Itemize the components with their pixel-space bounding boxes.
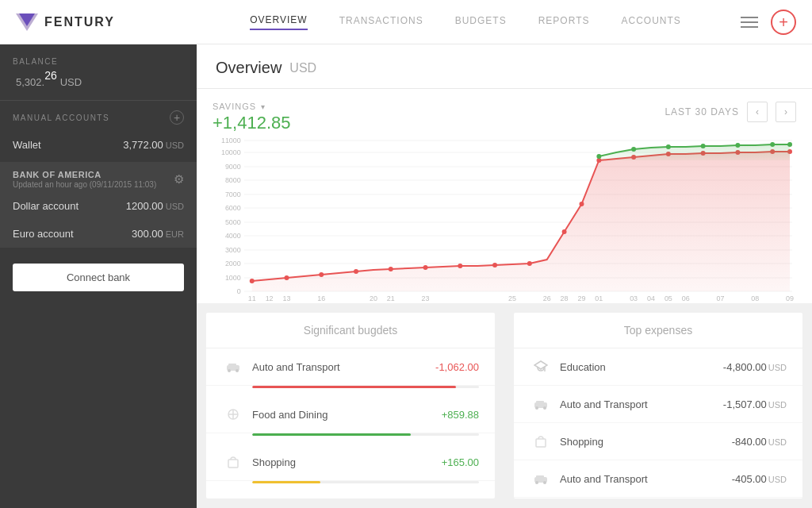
expense-shopping-amount: -840.00USD	[732, 436, 787, 448]
expense-auto2-amount: -405.00USD	[732, 473, 787, 485]
svg-point-27	[250, 279, 255, 283]
euro-account-name: Euro account	[13, 228, 74, 240]
svg-marker-26	[252, 152, 790, 291]
svg-point-89	[535, 481, 538, 484]
savings-label-row: SAVINGS ▾	[213, 102, 290, 111]
svg-point-33	[458, 264, 462, 268]
nav-budgets[interactable]: BUDGETS	[455, 15, 507, 29]
budget-food-amount: +859.88	[442, 409, 479, 421]
expense-auto2-row: Auto and Transport -405.00USD	[514, 460, 802, 498]
budget-auto-amount: -1,062.00	[435, 361, 479, 373]
bank-name: BANK OF AMERICA	[13, 170, 156, 179]
expense-shopping-name: Shopping	[560, 436, 732, 448]
budgets-panel: Significant bugdets Auto and Transport -…	[206, 313, 495, 498]
balance-section: BALANCE 5,302.26USD	[0, 44, 197, 101]
app-header: FENTURY OVERVIEW TRANSACTIONS BUDGETS RE…	[0, 0, 812, 44]
chart-top-row: SAVINGS ▾ +1,412.85 LAST 30 DAYS ‹ ›	[213, 102, 796, 133]
savings-section: SAVINGS ▾ +1,412.85	[213, 102, 290, 133]
wallet-account-row[interactable]: Wallet 3,772.00USD	[0, 131, 197, 159]
dollar-account-amount: 1200.00USD	[126, 200, 184, 212]
main-nav: OVERVIEW TRANSACTIONS BUDGETS REPORTS AC…	[190, 14, 741, 30]
savings-dropdown-icon[interactable]: ▾	[261, 102, 265, 111]
svg-text:5000: 5000	[225, 218, 241, 226]
balance-amount: 5,302.26USD	[13, 69, 184, 90]
svg-text:9000: 9000	[225, 163, 241, 171]
nav-overview[interactable]: OVERVIEW	[250, 14, 307, 30]
svg-text:06: 06	[682, 294, 690, 302]
svg-text:01: 01	[595, 294, 603, 302]
svg-point-31	[389, 267, 393, 271]
svg-text:4000: 4000	[225, 232, 241, 240]
bank-header: BANK OF AMERICA Updated an hour ago (09/…	[0, 162, 197, 192]
connect-bank-button[interactable]: Connect bank	[13, 264, 184, 291]
svg-point-75	[236, 369, 239, 372]
dollar-account-row[interactable]: Dollar account 1200.00USD	[0, 192, 197, 220]
manual-accounts-header: MANUAL ACCOUNTS +	[0, 101, 197, 131]
period-next-button[interactable]: ›	[776, 102, 796, 122]
svg-point-85	[543, 406, 546, 410]
expenses-panel-title: Top expenses	[514, 313, 802, 348]
page-title: Overview	[216, 59, 282, 77]
period-prev-button[interactable]: ‹	[747, 102, 768, 122]
header-actions: +	[741, 10, 796, 35]
expense-auto2-name: Auto and Transport	[560, 473, 732, 485]
wallet-account-amount: 3,772.00USD	[123, 139, 184, 151]
nav-reports[interactable]: REPORTS	[538, 15, 590, 29]
euro-account-row[interactable]: Euro account 300.00EUR	[0, 220, 197, 248]
budget-shopping-row: Shopping +165.00	[206, 444, 495, 481]
svg-text:07: 07	[717, 294, 725, 302]
svg-point-50	[735, 143, 740, 148]
budget-food-row: Food and Dining +859.88	[206, 396, 495, 433]
expense-education-amount: -4,800.00USD	[723, 361, 787, 373]
svg-point-28	[285, 275, 289, 280]
svg-text:09: 09	[786, 294, 794, 302]
svg-text:1000: 1000	[225, 274, 241, 282]
budget-auto-row: Auto and Transport -1,062.00	[206, 348, 495, 386]
svg-text:16: 16	[317, 294, 325, 302]
dollar-account-name: Dollar account	[13, 200, 79, 212]
expense-auto-row: Auto and Transport -1,507.00USD	[514, 386, 802, 423]
svg-text:11000: 11000	[221, 137, 241, 144]
savings-text: SAVINGS	[213, 102, 256, 111]
budget-food-progress	[206, 433, 495, 444]
svg-point-48	[666, 144, 671, 149]
svg-point-32	[423, 265, 428, 270]
svg-point-30	[354, 269, 358, 274]
svg-rect-83	[536, 401, 544, 405]
svg-point-49	[701, 144, 706, 148]
budget-shopping-progress	[206, 481, 495, 491]
svg-point-84	[535, 406, 538, 410]
euro-account-amount: 300.00EUR	[132, 228, 184, 240]
currency-badge: USD	[289, 61, 316, 75]
shopping-expense-icon	[530, 433, 552, 450]
sidebar: BALANCE 5,302.26USD MANUAL ACCOUNTS + Wa…	[0, 44, 197, 508]
content-area: Overview USD SAVINGS ▾ +1,412.85 LAST 30…	[197, 44, 812, 508]
menu-icon[interactable]	[741, 17, 758, 28]
svg-point-36	[562, 229, 567, 234]
svg-text:28: 28	[561, 294, 569, 302]
period-label: LAST 30 DAYS	[665, 106, 739, 117]
svg-point-47	[631, 147, 636, 152]
budget-auto-name: Auto and Transport	[252, 361, 435, 373]
svg-point-34	[492, 263, 497, 267]
nav-transactions[interactable]: TRANSACTIONS	[339, 15, 423, 29]
nav-accounts[interactable]: ACCOUNTS	[621, 15, 680, 29]
svg-text:05: 05	[665, 294, 672, 302]
savings-value: +1,412.85	[213, 113, 290, 133]
svg-text:13: 13	[283, 294, 291, 302]
logo-text: FENTURY	[44, 15, 115, 29]
add-manual-account-button[interactable]: +	[170, 110, 184, 125]
svg-point-74	[228, 369, 231, 372]
svg-text:11: 11	[248, 294, 256, 302]
svg-text:10000: 10000	[221, 148, 241, 156]
svg-text:25: 25	[508, 294, 516, 302]
svg-point-51	[770, 142, 775, 147]
svg-text:29: 29	[577, 294, 585, 302]
food-icon	[222, 406, 244, 423]
logo: FENTURY	[16, 13, 190, 31]
auto-expense2-icon	[530, 470, 552, 487]
wallet-account-name: Wallet	[13, 139, 41, 151]
bank-settings-icon[interactable]: ⚙	[174, 172, 184, 187]
add-button[interactable]: +	[771, 10, 796, 35]
bank-of-america-section: BANK OF AMERICA Updated an hour ago (09/…	[0, 162, 197, 248]
